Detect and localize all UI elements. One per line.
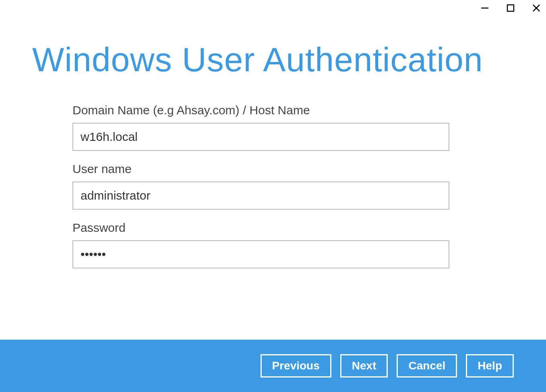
previous-button[interactable]: Previous [261, 354, 331, 378]
maximize-button[interactable] [506, 3, 515, 13]
minimize-icon [480, 4, 489, 12]
window-controls [480, 3, 541, 13]
next-button[interactable]: Next [340, 354, 388, 378]
password-label: Password [72, 221, 449, 235]
maximize-icon [506, 4, 515, 12]
password-input[interactable] [72, 240, 449, 268]
minimize-button[interactable] [480, 3, 490, 13]
domain-label: Domain Name (e.g Ahsay.com) / Host Name [72, 103, 449, 117]
cancel-button[interactable]: Cancel [397, 354, 457, 378]
page-title: Windows User Authentication [32, 40, 514, 79]
domain-input[interactable] [72, 123, 449, 151]
password-field-group: Password [72, 221, 449, 268]
close-button[interactable] [532, 3, 541, 13]
svg-rect-1 [507, 5, 514, 11]
help-button[interactable]: Help [466, 354, 514, 378]
auth-form: Domain Name (e.g Ahsay.com) / Host Name … [32, 103, 514, 268]
domain-field-group: Domain Name (e.g Ahsay.com) / Host Name [72, 103, 449, 151]
username-input[interactable] [72, 182, 449, 210]
username-field-group: User name [72, 162, 449, 210]
footer-bar: Previous Next Cancel Help [0, 340, 546, 392]
close-icon [532, 4, 541, 12]
username-label: User name [72, 162, 449, 176]
main-content: Windows User Authentication Domain Name … [0, 0, 546, 268]
